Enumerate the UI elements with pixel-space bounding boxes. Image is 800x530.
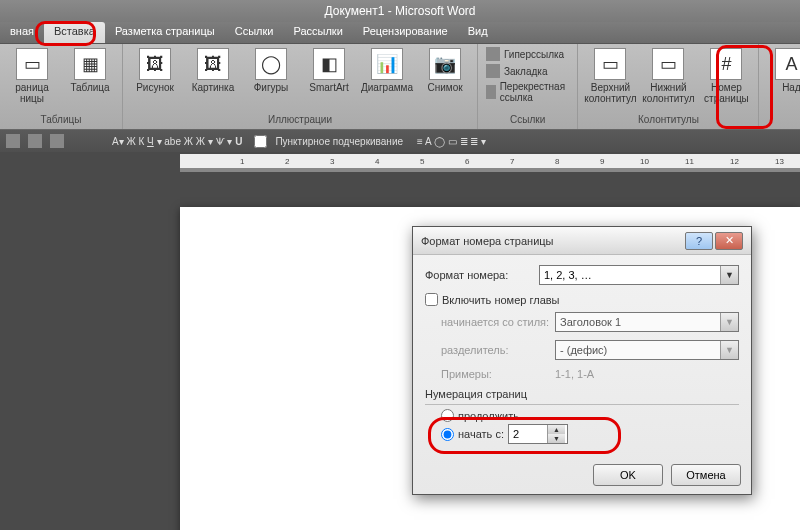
tab-references[interactable]: Ссылки [225, 22, 284, 43]
number-format-label: Формат номера: [425, 269, 533, 281]
chevron-down-icon: ▼ [720, 341, 738, 359]
header-button[interactable]: ▭Верхний колонтитул [584, 46, 636, 106]
crossref-button[interactable]: Перекрестная ссылка [484, 80, 571, 104]
separator-combo: ▼ [555, 340, 739, 360]
cover-page-button[interactable]: ▭ раница ницы [6, 46, 58, 106]
start-at-radio[interactable] [441, 428, 454, 441]
table-button[interactable]: ▦ Таблица [64, 46, 116, 95]
page-number-icon: # [710, 48, 742, 80]
group-text: AНад [759, 44, 800, 129]
page-numbering-label: Нумерация страниц [425, 388, 739, 400]
group-label-headers: Колонтитулы [584, 114, 752, 127]
page-number-format-dialog: Формат номера страницы ? ✕ Формат номера… [412, 226, 752, 495]
textbox-icon: A [775, 48, 800, 80]
dialog-title: Формат номера страницы [421, 235, 685, 247]
number-format-combo[interactable]: ▼ [539, 265, 739, 285]
tab-view[interactable]: Вид [458, 22, 498, 43]
smartart-icon: ◧ [313, 48, 345, 80]
starts-with-style-label: начинается со стиля: [441, 316, 549, 328]
header-icon: ▭ [594, 48, 626, 80]
textbox-button-cut[interactable]: AНад [765, 46, 800, 95]
table-icon: ▦ [74, 48, 106, 80]
group-label-tables: Таблицы [6, 114, 116, 127]
group-label-illustrations: Иллюстрации [129, 114, 471, 127]
shapes-button[interactable]: ◯Фигуры [245, 46, 297, 95]
page-icon: ▭ [16, 48, 48, 80]
dialog-titlebar[interactable]: Формат номера страницы ? ✕ [413, 227, 751, 255]
screenshot-button[interactable]: 📷Снимок [419, 46, 471, 95]
start-at-spinner[interactable]: ▲▼ [508, 424, 568, 444]
smartart-button[interactable]: ◧SmartArt [303, 46, 355, 95]
continue-label: продолжить [458, 410, 519, 422]
clipart-icon: 🖼 [197, 48, 229, 80]
clipart-button[interactable]: 🖼Картинка [187, 46, 239, 95]
window-title: Документ1 - Microsoft Word [0, 0, 800, 22]
number-format-value[interactable] [540, 266, 720, 284]
chart-button[interactable]: 📊Диаграмма [361, 46, 413, 95]
footer-icon: ▭ [652, 48, 684, 80]
ok-button[interactable]: OK [593, 464, 663, 486]
tab-page-layout[interactable]: Разметка страницы [105, 22, 225, 43]
crossref-icon [486, 85, 496, 99]
format-toolbar: А▾ Ж К Ч ▾ abe Ж Ж ▾ Ѱ ▾ U Пунктирное по… [0, 130, 800, 152]
ribbon-tabs: вная Вставка Разметка страницы Ссылки Ра… [0, 22, 800, 44]
tab-mailings[interactable]: Рассылки [283, 22, 352, 43]
tb-icon[interactable] [28, 134, 42, 148]
include-chapter-label: Включить номер главы [442, 294, 560, 306]
tab-home-cut[interactable]: вная [0, 22, 44, 43]
include-chapter-checkbox[interactable] [425, 293, 438, 306]
tb-icon[interactable] [6, 134, 20, 148]
tb-icon[interactable] [50, 134, 64, 148]
examples-value: 1-1, 1-A [555, 368, 594, 380]
dialog-close-button[interactable]: ✕ [715, 232, 743, 250]
dotted-underline-checkbox[interactable] [254, 135, 267, 148]
picture-button[interactable]: 🖼Рисунок [129, 46, 181, 95]
dotted-underline-label: Пунктирное подчеркивание [275, 136, 403, 147]
bookmark-button[interactable]: Закладка [484, 63, 571, 79]
picture-icon: 🖼 [139, 48, 171, 80]
examples-label: Примеры: [441, 368, 549, 380]
group-tables: ▭ раница ницы ▦ Таблица Таблицы [0, 44, 123, 129]
hyperlink-button[interactable]: Гиперссылка [484, 46, 571, 62]
footer-button[interactable]: ▭Нижний колонтитул [642, 46, 694, 106]
ribbon: ▭ раница ницы ▦ Таблица Таблицы 🖼Рисунок… [0, 44, 800, 130]
group-headers-footers: ▭Верхний колонтитул ▭Нижний колонтитул #… [578, 44, 759, 129]
tab-review[interactable]: Рецензирование [353, 22, 458, 43]
start-at-label: начать с: [458, 428, 504, 440]
start-at-input[interactable] [509, 425, 547, 443]
continue-radio[interactable] [441, 409, 454, 422]
tab-insert[interactable]: Вставка [44, 22, 105, 43]
starts-with-style-combo: ▼ [555, 312, 739, 332]
horizontal-ruler[interactable]: 1 2 3 4 5 6 7 8 9 10 11 12 13 [180, 154, 800, 172]
spin-down-icon[interactable]: ▼ [548, 434, 565, 443]
shapes-icon: ◯ [255, 48, 287, 80]
dialog-help-button[interactable]: ? [685, 232, 713, 250]
group-illustrations: 🖼Рисунок 🖼Картинка ◯Фигуры ◧SmartArt 📊Ди… [123, 44, 478, 129]
page-number-button[interactable]: #Номер страницы [700, 46, 752, 106]
group-label-links: Ссылки [484, 114, 571, 127]
chevron-down-icon[interactable]: ▼ [720, 266, 738, 284]
camera-icon: 📷 [429, 48, 461, 80]
chart-icon: 📊 [371, 48, 403, 80]
separator-label: разделитель: [441, 344, 549, 356]
chevron-down-icon: ▼ [720, 313, 738, 331]
globe-icon [486, 47, 500, 61]
bookmark-icon [486, 64, 500, 78]
cancel-button[interactable]: Отмена [671, 464, 741, 486]
group-links: Гиперссылка Закладка Перекрестная ссылка… [478, 44, 578, 129]
spin-up-icon[interactable]: ▲ [548, 425, 565, 434]
